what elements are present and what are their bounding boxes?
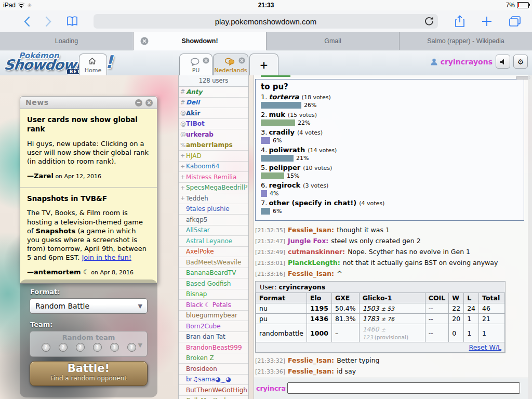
userlist-row[interactable]: afkqp5: [179, 215, 248, 225]
userlist-row[interactable]: +Teddeh: [179, 193, 248, 204]
user-card-title: User: cryincrayons: [256, 282, 505, 292]
username: Broken Z: [186, 354, 214, 362]
userlist-row[interactable]: Based Godfish: [179, 278, 248, 289]
username: 9tales plushie: [186, 205, 230, 212]
battle-button[interactable]: Battle! Find a random opponent: [30, 361, 148, 386]
chat-username[interactable]: Fesslie_Isan:: [288, 270, 334, 277]
chat-username[interactable]: Fesslie_Isan:: [288, 356, 334, 364]
browser-tab-wikipedia[interactable]: Salmo (rapper) - Wikipedia: [400, 32, 532, 50]
userlist-row[interactable]: +SpecsMegaBeedrill³: [179, 183, 248, 194]
chat-username[interactable]: Jungle Fox:: [288, 237, 328, 245]
username: Based Godfish: [186, 280, 231, 287]
userlist-row[interactable]: +Kaboom64: [179, 162, 248, 172]
current-username[interactable]: cryincrayons: [441, 58, 493, 66]
browser-tab-loading[interactable]: Loading: [0, 32, 134, 50]
minimize-icon[interactable]: −: [135, 99, 142, 107]
url-field[interactable]: play.pokemonshowdown.com: [94, 14, 438, 29]
userlist-row[interactable]: @urkerab: [179, 129, 248, 140]
chat-username[interactable]: cutmanskinner:: [288, 248, 345, 256]
userlist-row[interactable]: #Dell: [179, 98, 248, 109]
userlist-row[interactable]: Brosideon: [179, 364, 248, 375]
userlist-row[interactable]: Black ☾ Petals: [179, 300, 248, 311]
column-header: GXE: [331, 293, 359, 303]
settings-button[interactable]: ⚙: [513, 55, 528, 69]
close-room-icon[interactable]: [238, 57, 245, 64]
speech-bubble-icon: [190, 58, 200, 66]
chat-timestamp: [21:33:01]: [255, 260, 285, 267]
join-fun-link[interactable]: Join in the fun!: [82, 254, 131, 261]
mute-button[interactable]: [496, 55, 510, 69]
speaker-icon: [500, 59, 506, 65]
tab-home[interactable]: Home: [79, 54, 107, 75]
reset-wl-link[interactable]: Reset W/L: [469, 343, 501, 351]
poll-bar-row: 6%: [261, 208, 518, 215]
userlist-row[interactable]: Bran dan Tat: [179, 332, 248, 343]
poll-option[interactable]: 2.muk(15 votes)22%: [261, 111, 518, 126]
poll-option-number: 2.: [261, 111, 267, 118]
userlist-row[interactable]: ButThenWeGotHigh: [179, 385, 248, 396]
chat-username[interactable]: Fesslie_Isan:: [288, 226, 334, 234]
userlist-row[interactable]: +HJAD: [179, 151, 248, 162]
reload-icon[interactable]: [424, 16, 434, 26]
poll-bar-row: 6%: [261, 137, 518, 144]
userlist-row[interactable]: +Mistress Remilia: [179, 172, 248, 183]
cell-l: 1: [464, 314, 479, 324]
format-select[interactable]: Random Battle ▼: [30, 298, 148, 314]
userlist-row[interactable]: @TIBot: [179, 119, 248, 130]
userlist-row[interactable]: Call_Me_Kush: [179, 396, 248, 399]
poll-option[interactable]: 5.pelipper(10 votes)15%: [261, 164, 518, 179]
close-room-icon[interactable]: [203, 57, 209, 64]
close-tab-icon[interactable]: [140, 37, 149, 45]
poll-option-label: 2.muk(15 votes): [261, 111, 518, 118]
browser-tab-showdown[interactable]: Showdown!: [134, 32, 267, 50]
cell-format: randombattle: [256, 324, 307, 342]
bookmarks-icon[interactable]: [65, 15, 79, 28]
chat-username[interactable]: Fesslie_Isan:: [288, 367, 334, 375]
userlist-row[interactable]: Broken Z: [179, 353, 248, 364]
close-icon[interactable]: ×: [145, 99, 153, 107]
poll-option[interactable]: 6.regirock(3 votes)4%: [261, 181, 518, 197]
team-label: Team:: [30, 321, 52, 328]
userlist-row[interactable]: br♫sama◕‿◕: [179, 375, 248, 385]
userlist-row[interactable]: Born2Cube: [179, 321, 248, 332]
userlist-row[interactable]: BrandonBeast999: [179, 342, 248, 353]
chat-message: [21:33:32]Fesslie_Isan:Better typing: [255, 355, 525, 366]
tab-room-pu[interactable]: PU: [179, 54, 212, 75]
poll-option[interactable]: 4.poliwrath(14 votes)21%: [261, 146, 518, 162]
chat-input[interactable]: [287, 382, 520, 394]
chevron-down-icon: ▼: [138, 342, 142, 349]
userlist-row[interactable]: BananaBeardTV: [179, 268, 248, 279]
join-room-button[interactable]: +: [249, 54, 278, 75]
team-select[interactable]: Random team ? ? ? ? ? ? ▼: [30, 331, 148, 357]
userlist-row[interactable]: %amberrlamps: [179, 140, 248, 151]
tab-room-nederlands[interactable]: Nederlands: [213, 54, 248, 75]
browser-tab-gmail[interactable]: Gmail: [267, 32, 400, 50]
userlist-row[interactable]: AxelPoke: [179, 247, 248, 258]
cell-w: 20: [449, 314, 464, 324]
share-icon[interactable]: [453, 15, 467, 28]
userlist-row[interactable]: @Akir: [179, 108, 248, 119]
back-button[interactable]: [20, 15, 33, 28]
news-body: User cards now show global rank Hi guys,…: [20, 109, 157, 284]
poll-option-name: cradily: [269, 128, 295, 136]
userlist-row[interactable]: #Anty: [179, 87, 248, 98]
poll-option[interactable]: 1.torterra(18 votes)26%: [261, 93, 518, 109]
speech-bubbles-unread-icon: [225, 58, 235, 65]
poll-option[interactable]: 7.other (specify in chat!)(4 votes)6%: [261, 199, 518, 215]
userlist-row[interactable]: BadMeetsWeavile: [179, 257, 248, 268]
forward-button[interactable]: [42, 15, 55, 28]
userlist-row[interactable]: Astral Leyanoe: [179, 236, 248, 247]
poll-title: to pu?: [261, 82, 518, 91]
poll-bar: [261, 172, 284, 179]
userlist-count-button[interactable]: 128 users: [179, 75, 248, 87]
userlist-row[interactable]: bluegummybear: [179, 311, 248, 322]
userlist-row[interactable]: All5star: [179, 225, 248, 236]
tabs-icon[interactable]: [508, 15, 522, 28]
chat-username[interactable]: PlanckLength:: [288, 259, 340, 267]
cell-coil: --: [425, 324, 448, 342]
userlist-row[interactable]: Bisnap: [179, 289, 248, 300]
userlist-row[interactable]: 9tales plushie: [179, 204, 248, 215]
tab-title: Showdown!: [181, 37, 218, 45]
poll-option[interactable]: 3.cradily(4 votes)6%: [261, 128, 518, 144]
new-tab-button[interactable]: [480, 15, 494, 28]
